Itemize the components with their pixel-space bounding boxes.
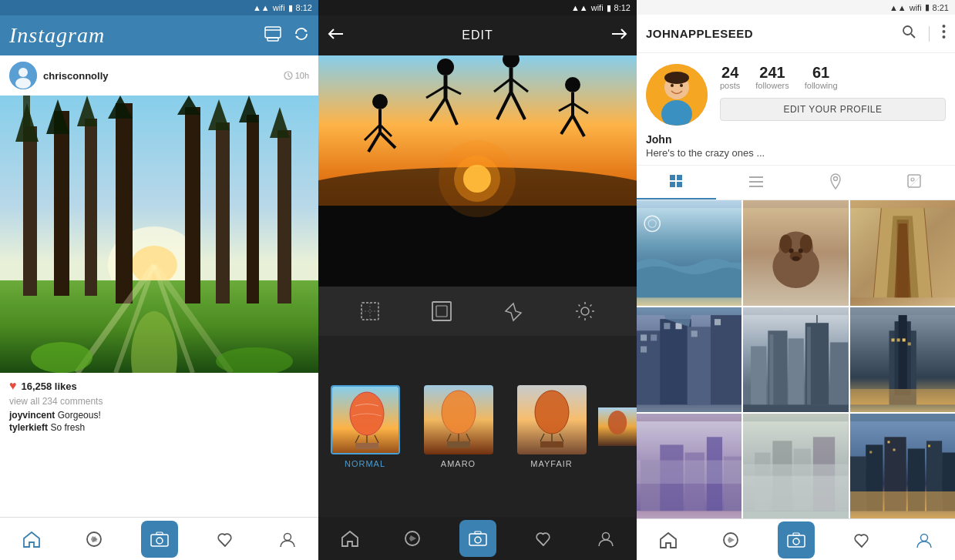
filter-amaro[interactable]: AMARO <box>412 377 505 476</box>
grid-photo-8[interactable] <box>743 414 848 518</box>
svg-point-5 <box>15 78 31 89</box>
battery-icon-edit: ▮ <box>607 3 611 13</box>
home-tab-profile[interactable] <box>653 525 684 555</box>
svg-rect-189 <box>902 338 905 341</box>
commenter-2-name[interactable]: tylerkieft <box>9 422 48 433</box>
grid-photo-9[interactable] <box>850 414 955 518</box>
author-avatar[interactable] <box>9 62 37 89</box>
svg-rect-118 <box>475 531 481 534</box>
svg-rect-198 <box>637 460 741 483</box>
profile-bio-text: Here's to the crazy ones ... <box>646 147 946 159</box>
svg-marker-219 <box>728 537 735 543</box>
activity-tab[interactable] <box>210 524 240 555</box>
profile-tab-edit[interactable] <box>590 523 621 554</box>
feed-content-area: ♥ 16,258 likes view all 234 comments joy… <box>0 373 318 517</box>
search-icon[interactable] <box>901 24 916 43</box>
grid-photo-4[interactable] <box>637 307 741 412</box>
svg-point-52 <box>372 94 388 109</box>
camera-tab-edit[interactable] <box>459 520 496 557</box>
explore-tab-edit[interactable] <box>397 523 428 554</box>
svg-rect-21 <box>277 130 291 303</box>
profile-info: 24 posts 241 followers 61 following EDIT… <box>637 53 955 133</box>
refresh-icon[interactable] <box>294 26 309 45</box>
camera-tab-profile[interactable] <box>778 521 815 558</box>
svg-rect-1 <box>267 38 278 41</box>
profile-bio: John Here's to the crazy ones ... <box>637 133 955 165</box>
grid-photo-5[interactable] <box>743 307 848 412</box>
profile-name: John <box>646 133 946 146</box>
profile-status-bar: ▲▲ wifi ▮ 8:21 <box>637 0 955 15</box>
svg-rect-111 <box>540 441 563 448</box>
svg-rect-216 <box>869 451 872 453</box>
forward-arrow-icon[interactable] <box>610 27 627 45</box>
home-tab[interactable] <box>16 524 47 555</box>
post-time: 10h <box>284 71 309 80</box>
post-username[interactable]: chrisconnolly <box>43 70 109 82</box>
grid-photo-7[interactable] <box>637 414 741 518</box>
profile-tab[interactable] <box>272 524 303 555</box>
grid-photo-1[interactable] <box>637 200 741 305</box>
filter-4th[interactable] <box>598 384 637 469</box>
svg-line-88 <box>590 305 592 307</box>
edit-tools-row <box>318 287 637 336</box>
signal-icon-profile: ▲▲ <box>889 3 906 12</box>
lux-tool[interactable] <box>496 294 530 328</box>
profile-tab-profile[interactable] <box>909 525 940 555</box>
svg-rect-186 <box>898 315 906 389</box>
filter-mayfair-thumb <box>517 385 587 454</box>
svg-rect-15 <box>54 111 69 296</box>
more-icon[interactable] <box>942 24 946 43</box>
grid-tab[interactable] <box>637 166 716 200</box>
profile-time: 8:21 <box>933 3 949 12</box>
edit-profile-button[interactable]: EDIT YOUR PROFILE <box>720 98 946 121</box>
comment-1: joyvincent Gorgeous! <box>9 410 309 421</box>
svg-rect-20 <box>247 115 259 303</box>
list-tab[interactable] <box>716 166 795 200</box>
frame-tool[interactable] <box>425 294 459 328</box>
svg-point-58 <box>437 59 454 75</box>
brightness-tool[interactable] <box>568 294 602 328</box>
location-tab[interactable] <box>796 166 876 200</box>
svg-rect-131 <box>670 175 675 180</box>
home-tab-edit[interactable] <box>335 523 365 554</box>
explore-tab-profile[interactable] <box>715 525 746 555</box>
edit-bottom-nav <box>318 517 637 560</box>
tagged-tab[interactable] <box>876 166 955 200</box>
grid-photo-6[interactable] <box>850 307 955 412</box>
svg-rect-187 <box>891 338 894 341</box>
profile-header: JOHNAPPLESEED <box>637 15 955 53</box>
comments-link[interactable]: view all 234 comments <box>9 396 309 407</box>
post-actions: ♥ 16,258 likes view all 234 comments joy… <box>0 373 318 438</box>
heart-icon[interactable]: ♥ <box>9 379 17 393</box>
back-arrow-icon[interactable] <box>328 27 345 45</box>
instagram-logo: Instagram <box>9 23 105 48</box>
wifi-icon-edit: wifi <box>591 3 604 12</box>
likes-count: 16,258 likes <box>22 381 77 392</box>
svg-rect-191 <box>850 389 955 404</box>
svg-point-223 <box>920 534 927 541</box>
signal-icon: ▲▲ <box>253 3 270 12</box>
filter-normal[interactable]: NORMAL <box>318 377 412 476</box>
svg-rect-181 <box>770 334 774 404</box>
activity-tab-edit[interactable] <box>528 523 559 554</box>
activity-tab-profile[interactable] <box>846 525 877 555</box>
camera-tab[interactable] <box>141 521 178 558</box>
post-image <box>0 96 318 373</box>
grid-photo-3[interactable] <box>850 200 955 305</box>
filters-row: NORMAL <box>318 336 637 517</box>
svg-point-122 <box>943 25 946 28</box>
explore-tab[interactable] <box>79 524 109 555</box>
profile-avatar[interactable] <box>646 64 708 126</box>
feed-header-actions <box>264 26 309 45</box>
commenter-1-name[interactable]: joyvincent <box>9 410 55 421</box>
followers-stat: 241 followers <box>755 64 789 90</box>
grid-photo-2[interactable] <box>743 200 848 305</box>
inbox-icon[interactable] <box>264 26 281 45</box>
svg-rect-179 <box>830 342 848 404</box>
svg-rect-19 <box>216 122 230 303</box>
posts-label: posts <box>720 81 740 90</box>
edit-header: EDIT <box>318 15 637 55</box>
filter-mayfair[interactable]: MAYFAIR <box>505 377 598 476</box>
filter-mayfair-label: MAYFAIR <box>530 459 572 468</box>
crop-tool[interactable] <box>353 294 387 328</box>
